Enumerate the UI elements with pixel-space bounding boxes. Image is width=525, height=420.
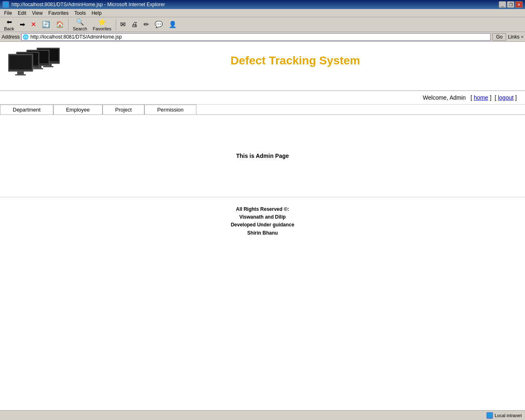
monitors-svg	[8, 46, 74, 83]
edit-button[interactable]: ✏	[141, 18, 151, 31]
zone-text: Local intranet	[495, 413, 522, 418]
print-icon: 🖨	[131, 21, 138, 28]
browser-window: Defect Tracking System Welcome, Admin [ …	[0, 42, 525, 410]
search-icon: 🔍	[76, 18, 84, 26]
links-arrow: »	[521, 34, 523, 39]
nav-project[interactable]: Project	[103, 105, 144, 114]
links-label: Links	[508, 34, 519, 40]
page-container: Defect Tracking System Welcome, Admin [ …	[0, 42, 525, 288]
back-button[interactable]: ⬅ Back	[2, 18, 16, 31]
svg-rect-3	[43, 66, 53, 67]
nav-permission[interactable]: Permission	[144, 105, 196, 114]
separator-2	[116, 19, 116, 30]
header-section: Defect Tracking System	[0, 42, 525, 91]
separator-1	[68, 19, 68, 30]
footer: All Rights Reserved ©: Viswanath and Dil…	[0, 197, 525, 245]
forward-icon: ➡	[20, 21, 25, 28]
svg-rect-15	[15, 74, 26, 75]
bracket-open-1: [	[468, 94, 472, 101]
mail-button[interactable]: ✉	[118, 18, 128, 31]
logout-link[interactable]: logout	[498, 94, 514, 101]
header-title-area: Defect Tracking System	[74, 46, 517, 67]
menu-file[interactable]: File	[2, 10, 14, 16]
menu-help[interactable]: Help	[89, 10, 104, 16]
search-toolbar-button[interactable]: 🔍 Search	[70, 18, 89, 31]
nav-employee[interactable]: Employee	[53, 105, 103, 114]
menu-edit[interactable]: Edit	[15, 10, 29, 16]
nav-menu: Department Employee Project Permission	[0, 105, 525, 115]
back-icon: ⬅	[7, 18, 12, 26]
footer-line4: Shirin Bhanu	[8, 229, 517, 237]
stop-button[interactable]: ✕	[28, 18, 39, 31]
bracket-close-1: ]	[490, 94, 491, 101]
minimize-button[interactable]: _	[499, 1, 506, 8]
messenger-button[interactable]: 👤	[166, 18, 179, 31]
separator-brackets: [	[493, 94, 496, 101]
title-bar-text: http://localhost:8081/DTS/AdminHome.jsp …	[11, 2, 165, 7]
svg-rect-7	[33, 68, 43, 69]
refresh-button[interactable]: 🔄	[39, 18, 52, 31]
close-button[interactable]: ✕	[515, 1, 523, 8]
edit-icon: ✏	[144, 21, 149, 28]
welcome-text: Welcome, Admin	[423, 94, 466, 101]
address-bar: Address 🌐 http://localhost:8081/DTS/Admi…	[0, 32, 525, 42]
browser-content[interactable]: Defect Tracking System Welcome, Admin [ …	[0, 42, 525, 410]
nav-department[interactable]: Department	[0, 105, 53, 114]
favorites-toolbar-button[interactable]: ⭐ Favorites	[90, 18, 114, 31]
svg-rect-14	[17, 71, 24, 74]
page-icon: 🌐	[23, 34, 29, 40]
menu-tools[interactable]: Tools	[72, 10, 88, 16]
messenger-icon: 👤	[169, 21, 177, 28]
address-label: Address	[2, 34, 20, 40]
menu-bar: File Edit View Favorites Tools Help	[0, 9, 525, 17]
address-input-container[interactable]: 🌐 http://localhost:8081/DTS/AdminHome.js…	[21, 33, 491, 41]
title-bar: 🌐 http://localhost:8081/DTS/AdminHome.js…	[0, 0, 525, 9]
forward-button[interactable]: ➡	[17, 18, 27, 31]
home-icon: 🏠	[56, 21, 64, 28]
footer-line1: All Rights Reserved ©:	[8, 205, 517, 213]
home-link[interactable]: home	[474, 94, 488, 101]
discuss-button[interactable]: 💬	[152, 18, 165, 31]
menu-view[interactable]: View	[30, 10, 45, 16]
print-button[interactable]: 🖨	[129, 18, 140, 31]
mail-icon: ✉	[120, 21, 126, 28]
status-right: 🌐 Local intranet	[486, 412, 522, 419]
stop-icon: ✕	[31, 21, 36, 28]
restore-button[interactable]: ❐	[507, 1, 514, 8]
footer-line3: Developed Under guidance	[8, 221, 517, 229]
page-title: Defect Tracking System	[231, 54, 360, 67]
toolbar: ⬅ Back ➡ ✕ 🔄 🏠 🔍 Search ⭐ Favorites ✉ 🖨 …	[0, 17, 525, 32]
status-bar: 🌐 Local intranet	[0, 410, 525, 420]
footer-line2: Viswanath and Dilip	[8, 213, 517, 221]
menu-favorites[interactable]: Favorites	[46, 10, 71, 16]
welcome-bar: Welcome, Admin [ home ] [ logout ]	[0, 91, 525, 105]
bracket-close-2: ]	[515, 94, 517, 101]
admin-page-text: This is Admin Page	[236, 153, 289, 159]
favorites-icon: ⭐	[98, 18, 106, 26]
address-url: http://localhost:8081/DTS/AdminHome.jsp	[30, 34, 122, 40]
refresh-icon: 🔄	[42, 21, 50, 28]
logo-monitors	[8, 46, 74, 83]
discuss-icon: 💬	[155, 21, 163, 28]
main-content: This is Admin Page	[0, 115, 525, 197]
svg-rect-13	[9, 55, 32, 69]
browser-icon: 🌐	[2, 1, 9, 8]
home-toolbar-button[interactable]: 🏠	[53, 18, 66, 31]
zone-icon: 🌐	[486, 412, 493, 419]
go-button[interactable]: Go	[492, 33, 506, 41]
